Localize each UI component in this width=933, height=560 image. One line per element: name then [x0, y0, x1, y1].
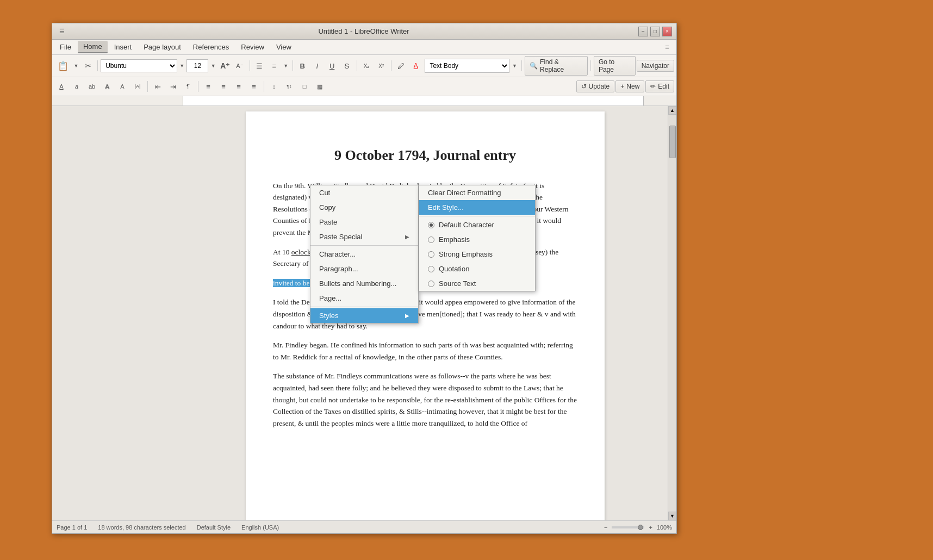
format-btn2[interactable]: a — [70, 80, 84, 93]
style-selector[interactable]: Text Body — [425, 59, 509, 73]
zoom-out-icon[interactable]: − — [604, 524, 607, 531]
font-size-dropdown[interactable]: ▼ — [209, 59, 217, 72]
styles-emphasis[interactable]: Emphasis — [419, 232, 535, 247]
context-paste[interactable]: Paste — [310, 215, 418, 229]
word-count: 18 words, 98 characters selected — [98, 524, 185, 531]
context-copy[interactable]: Copy — [310, 200, 418, 215]
line-spacing[interactable]: ↕ — [267, 80, 281, 93]
menu-references[interactable]: References — [188, 41, 234, 53]
format-btn3[interactable]: ab — [85, 80, 99, 93]
page-area[interactable]: 9 October 1794, Journal entry On the 9th… — [183, 106, 668, 520]
context-paste-special[interactable]: Paste Special ▶ — [310, 229, 418, 244]
styles-default-character[interactable]: Default Character — [419, 217, 535, 232]
spacing-btn[interactable]: |A| — [130, 80, 145, 93]
font-size-input[interactable] — [186, 59, 208, 72]
para-spacing-btn[interactable]: ¶↕ — [282, 80, 296, 93]
context-bullets[interactable]: Bullets and Numbering... — [310, 276, 418, 291]
font-dropdown[interactable]: ▼ — [178, 59, 186, 72]
window-controls: − □ × — [638, 27, 672, 36]
highlight-color[interactable]: 🖊 — [394, 59, 408, 72]
document-page[interactable]: 9 October 1794, Journal entry On the 9th… — [246, 111, 605, 520]
ordered-list[interactable]: ≡ — [268, 59, 281, 72]
paste-button[interactable]: 📋 — [54, 59, 72, 72]
para-settings[interactable]: ¶ — [181, 80, 195, 93]
outline-btn[interactable]: A — [115, 80, 129, 93]
cut-button[interactable]: ✂ — [81, 59, 95, 72]
styles-quotation[interactable]: Quotation — [419, 262, 535, 276]
update-icon: ↺ — [581, 83, 587, 90]
scrollbar-right[interactable]: ▲ ▼ — [668, 106, 676, 520]
strikethrough-button[interactable]: S — [340, 59, 353, 72]
menu-review[interactable]: Review — [235, 41, 270, 53]
superscript-button[interactable]: X² — [375, 59, 388, 72]
indent-decrease[interactable]: ⇤ — [151, 80, 165, 93]
menu-page-layout[interactable]: Page layout — [138, 41, 186, 53]
minimize-button[interactable]: − — [638, 27, 648, 36]
menu-icon[interactable]: ☰ — [57, 25, 67, 38]
sep3 — [293, 60, 293, 71]
context-styles[interactable]: Styles ▶ — [310, 308, 418, 323]
underline-button[interactable]: U — [325, 59, 339, 72]
context-paragraph[interactable]: Paragraph... — [310, 262, 418, 276]
statusbar-right: − + 100% — [604, 524, 672, 531]
sep8 — [147, 81, 148, 92]
close-button[interactable]: × — [662, 27, 672, 36]
styles-edit-style[interactable]: Edit Style... — [419, 200, 535, 215]
format-btn1[interactable]: A — [54, 80, 69, 93]
navigator-button[interactable]: Navigator — [637, 60, 674, 72]
zoom-level: 100% — [657, 524, 672, 531]
go-to-page-label: Go to Page — [599, 58, 631, 73]
font-color[interactable]: A — [409, 59, 422, 72]
menu-options-icon[interactable]: ≡ — [660, 41, 674, 54]
bold-button[interactable]: B — [296, 59, 309, 72]
context-character[interactable]: Character... — [310, 247, 418, 262]
left-margin — [52, 106, 183, 520]
new-style-button[interactable]: + New — [615, 80, 644, 92]
subscript-button[interactable]: X₂ — [359, 59, 373, 72]
styles-source-text[interactable]: Source Text — [419, 276, 535, 291]
decrease-font-size[interactable]: A⁻ — [233, 59, 246, 72]
zoom-slider[interactable] — [612, 526, 644, 528]
find-replace-button[interactable]: 🔍 Find & Replace — [525, 56, 588, 76]
context-cut[interactable]: Cut — [310, 185, 418, 200]
indent-increase[interactable]: ⇥ — [166, 80, 180, 93]
unordered-list[interactable]: ☰ — [253, 59, 266, 72]
ruler — [52, 96, 676, 106]
para2-start: At 10 — [273, 248, 291, 256]
scrollbar-thumb[interactable] — [669, 126, 676, 158]
italic-button[interactable]: I — [310, 59, 324, 72]
menu-insert[interactable]: Insert — [109, 41, 138, 53]
sep10 — [264, 81, 264, 92]
align-justify[interactable]: ≡ — [247, 80, 261, 93]
style-dropdown[interactable]: ▼ — [511, 59, 519, 72]
radio-quotation — [428, 266, 434, 272]
scroll-down-arrow[interactable]: ▼ — [668, 512, 677, 520]
context-page[interactable]: Page... — [310, 291, 418, 306]
update-button[interactable]: ↺ Update — [576, 80, 615, 92]
align-center[interactable]: ≡ — [216, 80, 231, 93]
zoom-in-icon[interactable]: + — [649, 524, 652, 531]
styles-clear-formatting[interactable]: Clear Direct Formatting — [419, 185, 535, 200]
align-right[interactable]: ≡ — [232, 80, 246, 93]
radio-default-character — [428, 222, 434, 228]
menu-view[interactable]: View — [271, 41, 297, 53]
styles-strong-emphasis[interactable]: Strong Emphasis — [419, 247, 535, 262]
menu-file[interactable]: File — [54, 41, 77, 53]
shadow-btn[interactable]: A — [100, 80, 114, 93]
align-left[interactable]: ≡ — [201, 80, 215, 93]
go-to-page-button[interactable]: Go to Page — [594, 56, 636, 76]
scroll-up-arrow[interactable]: ▲ — [668, 106, 677, 115]
maximize-button[interactable]: □ — [650, 27, 660, 36]
increase-font-size[interactable]: A⁺ — [218, 59, 232, 72]
statusbar: Page 1 of 1 18 words, 98 characters sele… — [52, 520, 676, 533]
edit-style-button[interactable]: ✏ Edit — [645, 80, 674, 92]
shading-btn[interactable]: ▩ — [313, 80, 327, 93]
list-dropdown[interactable]: ▼ — [282, 59, 290, 72]
paste-dropdown[interactable]: ▼ — [72, 59, 80, 72]
toolbar-row-2: A a ab A A |A| ⇤ ⇥ ¶ ≡ ≡ ≡ ≡ ↕ ¶↕ □ ▩ ↺ — [52, 77, 676, 96]
menu-home[interactable]: Home — [78, 41, 108, 53]
paragraph-5: The substance of Mr. Findleys communicat… — [273, 370, 577, 429]
border-btn[interactable]: □ — [297, 80, 312, 93]
style-indicator: Default Style — [197, 524, 231, 531]
font-selector[interactable]: Ubuntu — [101, 59, 177, 72]
